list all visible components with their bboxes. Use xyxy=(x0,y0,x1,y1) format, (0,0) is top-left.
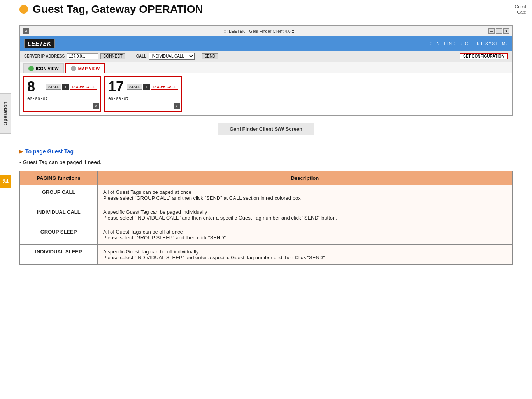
screen-caption-wrapper: Geni Finder Client S/W Screen xyxy=(19,120,513,139)
tag-delete-btn-1[interactable]: ✕ xyxy=(93,103,99,109)
staff-badge-1: STAFF xyxy=(46,84,61,90)
server-bar: SERVER IP ADDRESS 127.0.0.1 CONNECT CALL… xyxy=(20,51,512,62)
tag-card-1-body: 8 STAFF T PAGER CALL xyxy=(24,77,100,97)
system-label: GENI FINDER CLIENT SYSTEM. xyxy=(430,42,508,46)
table-function-cell-1: INDIVIDUAL CALL xyxy=(20,205,98,225)
table-row: INDIVIDUAL SLEEPA specific Guest Tag can… xyxy=(20,245,513,265)
table-desc-cell-2: All of Guest Tags can be off at oncePlea… xyxy=(98,225,513,245)
type-badge-2: T xyxy=(143,84,150,90)
header-right-line1: Guest xyxy=(515,4,526,9)
table-desc-cell-1: A specific Guest Tag can be paged indivi… xyxy=(98,205,513,225)
icon-view-icon xyxy=(28,66,34,71)
tag-card-1: 8 STAFF T PAGER CALL 00:00:07 ✕ xyxy=(23,76,101,112)
table-desc-cell-3: A specific Guest Tag can be off individu… xyxy=(98,245,513,265)
table-row: GROUP CALLAll of Guest Tags can be paged… xyxy=(20,185,513,205)
window-chrome: 🖥 ::: LEETEK - Geni Finder Client 4.6 ::… xyxy=(20,26,512,36)
desc-line2-0: Please select "GROUP CALL" and then clic… xyxy=(103,195,507,201)
desc-text: - Guest Tag can be paged if need. xyxy=(19,159,513,165)
table-function-cell-0: GROUP CALL xyxy=(20,185,98,205)
section-link: ▶ To page Guest Tag xyxy=(19,148,513,155)
close-button[interactable]: ✕ xyxy=(503,28,509,34)
col2-header: Description xyxy=(98,171,513,185)
window-icon: 🖥 xyxy=(23,28,29,34)
header-icon xyxy=(19,5,28,14)
tag-number-1: 8 xyxy=(27,79,43,95)
tab-map-view[interactable]: MAP VIEW xyxy=(65,63,105,73)
geni-content-area: 8 STAFF T PAGER CALL 00:00:07 ✕ 17 xyxy=(20,73,512,115)
map-view-icon xyxy=(71,66,76,71)
desc-line1-3: A specific Guest Tag can be off individu… xyxy=(103,249,507,255)
tab-bar: ICON VIEW MAP VIEW xyxy=(20,62,512,73)
tag-card-2-body: 17 STAFF T PAGER CALL xyxy=(105,77,181,97)
logo-text: LEETEK xyxy=(28,40,51,47)
pager-call-badge-2: PAGER CALL xyxy=(151,84,178,90)
desc-line1-0: All of Guest Tags can be paged at once xyxy=(103,189,507,195)
software-screen: 🖥 ::: LEETEK - Geni Finder Client 4.6 ::… xyxy=(19,25,513,116)
desc-line1-2: All of Guest Tags can be off at once xyxy=(103,229,507,235)
pager-call-badge-1: PAGER CALL xyxy=(70,84,97,90)
desc-line2-1: Please select "INDIVIDUAL CALL" and then… xyxy=(103,215,507,221)
tag-badges-1: STAFF T PAGER CALL xyxy=(46,84,97,90)
page-header: Guest Tag, Gateway OPERATION Guest Gate xyxy=(0,0,532,19)
table-desc-cell-0: All of Guest Tags can be paged at oncePl… xyxy=(98,185,513,205)
tag-time-2: 00:00:07 xyxy=(105,97,181,103)
page-number-tab: 24 xyxy=(0,175,11,188)
main-content: ▶ To page Guest Tag - Guest Tag can be p… xyxy=(0,144,532,272)
window-title: ::: LEETEK - Geni Finder Client 4.6 ::: xyxy=(31,29,488,33)
tag-badges-2: STAFF T PAGER CALL xyxy=(127,84,178,90)
col1-header: PAGING functions xyxy=(20,171,98,185)
tag-delete-btn-2[interactable]: ✕ xyxy=(174,103,180,109)
desc-line1-1: A specific Guest Tag can be paged indivi… xyxy=(103,209,507,215)
table-function-cell-3: INDIVIDUAL SLEEP xyxy=(20,245,98,265)
page-title: Guest Tag, Gateway OPERATION xyxy=(33,3,203,16)
ip-label: SERVER IP ADDRESS xyxy=(24,54,65,58)
header-right-line2: Gate xyxy=(517,10,526,14)
tag-card-1-bottom: ✕ xyxy=(24,103,100,111)
tab-map-view-label: MAP VIEW xyxy=(78,66,100,71)
tag-number-2: 17 xyxy=(108,79,124,95)
call-type-select[interactable]: INDIVIDUAL CALL GROUP CALL GROUP SLEEP I… xyxy=(149,53,195,60)
tag-time-1: 00:00:07 xyxy=(24,97,100,103)
table-row: GROUP SLEEPAll of Guest Tags can be off … xyxy=(20,225,513,245)
header-right: Guest Gate xyxy=(515,4,526,15)
desc-line2-3: Please select "INDIVIDUAL SLEEP" and ent… xyxy=(103,255,507,260)
arrow-icon: ▶ xyxy=(19,149,23,154)
restore-button[interactable]: □ xyxy=(496,28,502,34)
ip-input[interactable]: 127.0.0.1 xyxy=(67,53,98,59)
set-configuration-button[interactable]: SET CONFIGURATION xyxy=(460,53,508,59)
tab-icon-view[interactable]: ICON VIEW xyxy=(23,63,64,73)
call-label: CALL xyxy=(136,54,147,58)
paging-table: PAGING functions Description GROUP CALLA… xyxy=(19,171,513,265)
tag-badge-row-1: STAFF T PAGER CALL xyxy=(46,84,97,90)
minimize-button[interactable]: — xyxy=(488,28,495,34)
tag-badge-row-2: STAFF T PAGER CALL xyxy=(127,84,178,90)
table-function-cell-2: GROUP SLEEP xyxy=(20,225,98,245)
table-row: INDIVIDUAL CALLA specific Guest Tag can … xyxy=(20,205,513,225)
tag-card-2-bottom: ✕ xyxy=(105,103,181,111)
window-controls[interactable]: — □ ✕ xyxy=(488,28,509,34)
app-header: LEETEK GENI FINDER CLIENT SYSTEM. xyxy=(20,36,512,51)
screen-caption-box: Geni Finder Client S/W Screen xyxy=(218,123,314,135)
staff-badge-2: STAFF xyxy=(127,84,142,90)
operation-side-tab: Operation xyxy=(0,93,11,134)
app-logo: LEETEK xyxy=(24,39,55,48)
type-badge-1: T xyxy=(62,84,69,90)
desc-line2-2: Please select "GROUP SLEEP" and then cli… xyxy=(103,235,507,241)
tag-card-2: 17 STAFF T PAGER CALL 00:00:07 ✕ xyxy=(104,76,182,112)
tab-icon-view-label: ICON VIEW xyxy=(36,66,59,71)
section-link-anchor[interactable]: To page Guest Tag xyxy=(25,148,74,155)
connect-button[interactable]: CONNECT xyxy=(100,53,125,59)
send-button[interactable]: SEND xyxy=(202,53,218,59)
